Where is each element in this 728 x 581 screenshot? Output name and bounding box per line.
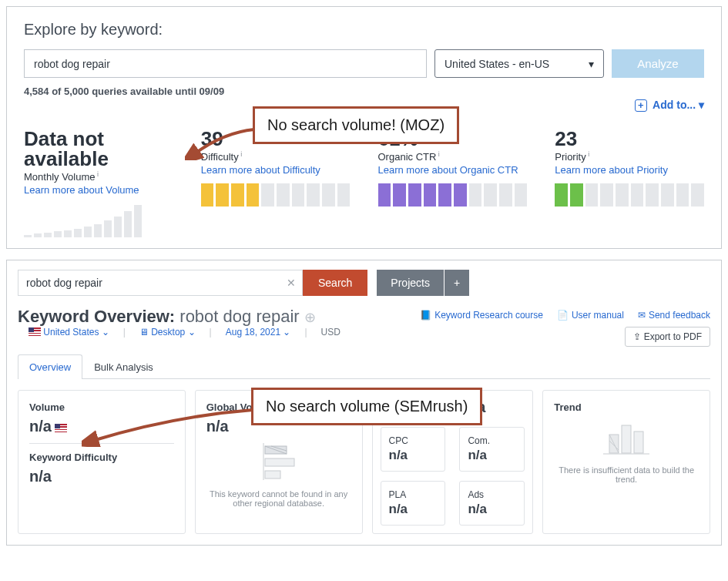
currency-label: USD <box>321 327 341 338</box>
learn-priority-link[interactable]: Learn more about Priority <box>555 164 704 176</box>
trend-chart-icon <box>603 419 649 456</box>
arrow-icon <box>82 405 256 447</box>
learn-difficulty-link[interactable]: Learn more about Difficulty <box>201 164 351 176</box>
bar-chart-icon <box>256 443 302 480</box>
keyword-input-moz[interactable] <box>24 49 427 78</box>
add-project-button[interactable]: + <box>445 270 469 296</box>
tab-bulk-analysis[interactable]: Bulk Analysis <box>82 354 165 379</box>
info-icon: i <box>436 150 440 158</box>
caret-down-icon: ▾ <box>699 99 704 111</box>
keyword-input-sem[interactable]: robot dog repair <box>26 277 102 289</box>
arrow-icon <box>185 125 257 160</box>
metric-cpc: CPCn/a <box>381 427 446 472</box>
annotation-semrush: No search volume (SEMrush) <box>251 388 482 425</box>
manual-link[interactable]: 📄 User manual <box>557 310 624 321</box>
svg-rect-5 <box>265 471 280 479</box>
tab-overview[interactable]: Overview <box>18 354 82 379</box>
projects-button[interactable]: Projects <box>377 270 444 296</box>
learn-ctr-link[interactable]: Learn more about Organic CTR <box>378 164 528 176</box>
info-icon: i <box>586 150 590 158</box>
feedback-link[interactable]: ✉ Send feedback <box>638 310 710 321</box>
date-filter[interactable]: Aug 18, 2021 ⌄ <box>226 327 291 338</box>
svg-rect-9 <box>622 425 631 453</box>
card-trend: Trend There is insufficient data to buil… <box>542 390 710 534</box>
analyze-button[interactable]: Analyze <box>612 49 704 78</box>
metric-priority: 23 Priority i Learn more about Priority <box>555 129 704 237</box>
page-title: Keyword Overview: robot dog repair ⊕ <box>18 307 351 327</box>
volume-sparkline <box>24 203 173 237</box>
export-pdf-button[interactable]: ⇪ Export to PDF <box>625 327 710 347</box>
us-flag-icon <box>55 424 67 432</box>
metric-ctr: 61% Organic CTR i Learn more about Organ… <box>378 129 528 237</box>
plus-circle-icon[interactable]: ⊕ <box>304 310 316 325</box>
country-label: United States - en-US <box>445 58 549 70</box>
course-link[interactable]: 📘 Keyword Research course <box>420 310 543 321</box>
ctr-bar <box>378 183 528 207</box>
device-filter[interactable]: 🖥 Desktop ⌄ <box>139 327 196 338</box>
clear-icon[interactable]: ✕ <box>287 277 296 289</box>
metric-ads: Adsn/a <box>459 481 525 526</box>
svg-rect-4 <box>265 458 294 466</box>
metric-volume: Data not available Monthly Volume i Lear… <box>24 129 173 237</box>
plus-icon: + <box>635 99 647 112</box>
metric-com: Com.n/a <box>459 427 525 472</box>
country-filter[interactable]: United States ⌄ <box>29 327 109 338</box>
search-button[interactable]: Search <box>303 270 367 296</box>
priority-bar <box>555 183 704 207</box>
metric-pla: PLAn/a <box>381 481 446 526</box>
learn-volume-link[interactable]: Learn more about Volume <box>24 184 173 196</box>
difficulty-bar <box>201 183 351 207</box>
moz-title: Explore by keyword: <box>24 21 704 39</box>
queries-remaining: 4,584 of 5,000 queries available until 0… <box>24 86 704 97</box>
annotation-moz: No search volume! (MOZ) <box>253 106 459 144</box>
svg-rect-10 <box>634 432 643 453</box>
us-flag-icon <box>29 327 41 336</box>
keyword-input-sem-wrap: robot dog repair ✕ <box>18 270 303 296</box>
country-select[interactable]: United States - en-US ▾ <box>434 49 604 78</box>
info-icon: i <box>96 170 99 178</box>
caret-down-icon: ▾ <box>589 58 594 70</box>
